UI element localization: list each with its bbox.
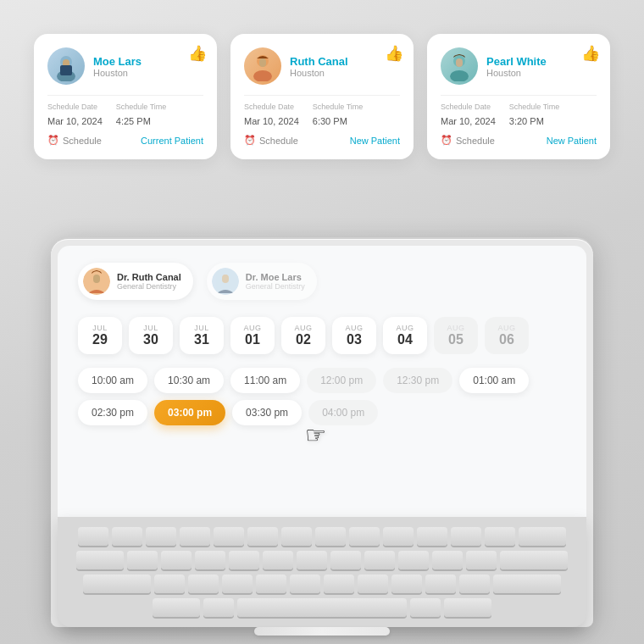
schedule-date-item-ruth: Schedule Date Mar 10, 2024	[244, 103, 299, 128]
key[interactable]	[410, 598, 441, 617]
time-pill-7[interactable]: 03:00 pm	[154, 400, 225, 425]
key-caps[interactable]	[83, 575, 151, 593]
key[interactable]	[391, 575, 422, 593]
date-pill-3[interactable]: AUG 01	[230, 317, 275, 354]
schedule-time-label-moe: Schedule Time	[116, 103, 167, 111]
active-doctor-pill[interactable]: Dr. Ruth Canal General Dentistry	[78, 263, 193, 300]
key[interactable]	[247, 527, 278, 546]
avatar-pearl	[441, 47, 478, 85]
time-pill-2[interactable]: 11:00 am	[230, 368, 300, 393]
card-name-ruth: Ruth Canal	[290, 55, 348, 68]
key[interactable]	[161, 551, 192, 569]
key[interactable]	[315, 527, 346, 546]
date-month: JUL	[190, 324, 214, 332]
schedule-text-ruth: Schedule	[259, 136, 298, 146]
time-pill-4[interactable]: 12:30 pm	[383, 368, 452, 393]
key[interactable]	[263, 551, 293, 569]
date-pill-8[interactable]: AUG 06	[485, 317, 529, 354]
time-pill-9[interactable]: 04:00 pm	[308, 400, 378, 425]
date-pill-5[interactable]: AUG 03	[332, 317, 376, 354]
key[interactable]	[425, 575, 456, 593]
key[interactable]	[154, 575, 185, 593]
schedule-link-ruth[interactable]: ⏰ Schedule	[244, 135, 298, 146]
like-button-moe[interactable]: 👍	[188, 44, 207, 63]
key[interactable]	[222, 575, 253, 593]
key-shift-r2[interactable]	[444, 598, 491, 617]
patient-cards-section: 👍 Moe Lars Houston Schedule Date Mar 10,…	[34, 34, 610, 159]
key-backspace[interactable]	[519, 527, 566, 546]
date-pill-2[interactable]: JUL 31	[180, 317, 224, 354]
date-pill-6[interactable]: AUG 04	[383, 317, 427, 354]
patient-card-moe-lars: 👍 Moe Lars Houston Schedule Date Mar 10,…	[34, 34, 217, 159]
key[interactable]	[451, 527, 481, 546]
schedule-date-item-moe: Schedule Date Mar 10, 2024	[47, 103, 103, 128]
key[interactable]	[324, 575, 354, 593]
key[interactable]	[349, 527, 380, 546]
schedule-date-label-ruth: Schedule Date	[244, 103, 299, 111]
card-name-info-moe: Moe Lars Houston	[93, 55, 142, 78]
key[interactable]	[180, 527, 210, 546]
time-pill-0[interactable]: 10:00 am	[78, 368, 147, 393]
key-tab[interactable]	[76, 551, 124, 569]
key[interactable]	[466, 551, 497, 569]
key[interactable]	[398, 551, 429, 569]
avatar-moe	[47, 47, 85, 85]
key-enter[interactable]	[500, 551, 568, 569]
patient-card-ruth-canal: 👍 Ruth Canal Houston Schedule Date Mar 1…	[230, 34, 414, 159]
inactive-doctor-pill[interactable]: Dr. Moe Lars General Dentistry	[207, 263, 317, 300]
key[interactable]	[229, 551, 259, 569]
date-pill-1[interactable]: JUL 30	[129, 317, 173, 354]
key[interactable]	[146, 527, 176, 546]
like-button-pearl[interactable]: 👍	[581, 44, 600, 63]
key[interactable]	[281, 527, 312, 546]
date-day: 01	[241, 332, 264, 347]
active-doctor-info: Dr. Ruth Canal General Dentistry	[117, 272, 181, 291]
key-space[interactable]	[237, 598, 407, 617]
date-pill-4[interactable]: AUG 02	[281, 317, 325, 354]
key[interactable]	[364, 551, 395, 569]
key[interactable]	[78, 527, 108, 546]
key[interactable]	[485, 527, 515, 546]
key[interactable]	[290, 575, 320, 593]
svg-rect-9	[456, 58, 463, 67]
keyboard-row-3	[64, 575, 580, 593]
key[interactable]	[383, 527, 414, 546]
card-location-moe: Houston	[93, 68, 142, 78]
time-pill-8[interactable]: 03:30 pm	[232, 400, 302, 425]
key[interactable]	[188, 575, 219, 593]
date-pill-0[interactable]: JUL 29	[78, 317, 122, 354]
key[interactable]	[127, 551, 158, 569]
key-shift-r[interactable]	[493, 575, 561, 593]
active-doctor-name: Dr. Ruth Canal	[117, 272, 181, 282]
key[interactable]	[330, 551, 361, 569]
card-header-ruth: Ruth Canal Houston	[244, 47, 400, 85]
schedule-link-pearl[interactable]: ⏰ Schedule	[441, 135, 495, 146]
key[interactable]	[203, 598, 234, 617]
key[interactable]	[358, 575, 388, 593]
time-pill-1[interactable]: 10:30 am	[154, 368, 224, 393]
svg-rect-6	[259, 58, 266, 67]
time-pill-6[interactable]: 02:30 pm	[78, 400, 147, 425]
card-header-moe: Moe Lars Houston	[47, 47, 203, 85]
schedule-link-moe[interactable]: ⏰ Schedule	[47, 135, 102, 146]
svg-point-5	[253, 70, 272, 81]
keyboard-row-4	[64, 598, 580, 617]
key[interactable]	[297, 551, 327, 569]
like-button-ruth[interactable]: 👍	[385, 44, 403, 63]
key[interactable]	[417, 527, 447, 546]
time-pill-5[interactable]: 01:00 am	[459, 368, 529, 393]
key[interactable]	[195, 551, 225, 569]
card-info-row-pearl: Schedule Date Mar 10, 2024 Schedule Time…	[441, 103, 597, 128]
key[interactable]	[256, 575, 286, 593]
key[interactable]	[459, 575, 490, 593]
key-shift-l[interactable]	[153, 598, 200, 617]
date-day: 05	[444, 332, 468, 347]
key[interactable]	[214, 527, 244, 546]
date-month: AUG	[495, 324, 519, 332]
key[interactable]	[432, 551, 463, 569]
date-day: 30	[139, 332, 163, 347]
time-pill-3[interactable]: 12:00 pm	[307, 368, 376, 393]
svg-rect-3	[60, 65, 72, 75]
key[interactable]	[112, 527, 142, 546]
date-pill-7[interactable]: AUG 05	[434, 317, 478, 354]
